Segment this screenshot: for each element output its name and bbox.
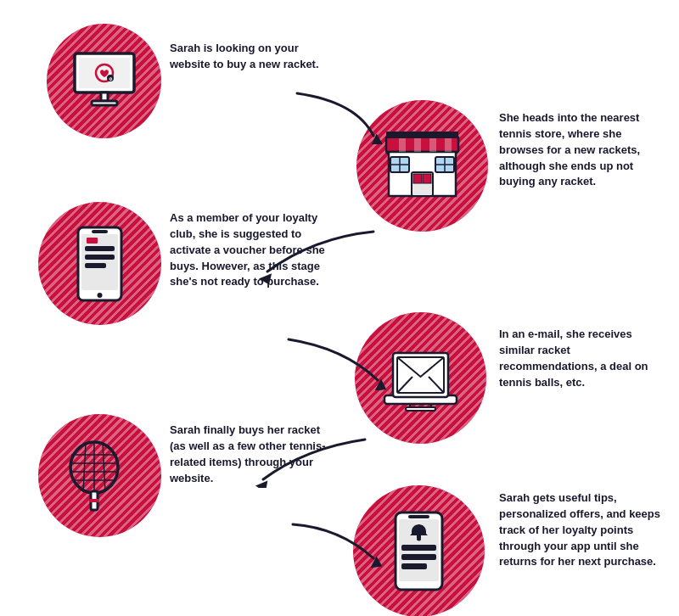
svg-rect-6: [92, 101, 117, 105]
arrow5: [284, 518, 386, 568]
store-icon: [382, 130, 463, 202]
svg-rect-41: [406, 407, 435, 411]
svg-rect-27: [92, 230, 108, 233]
svg-rect-22: [445, 137, 452, 152]
step1-text: Sarah is looking on your website to buy …: [170, 41, 323, 73]
svg-rect-52: [90, 499, 98, 502]
svg-rect-60: [401, 554, 436, 560]
step5-circle: [38, 414, 161, 537]
svg-marker-33: [373, 378, 386, 390]
step4-text: In an e-mail, she receives similar racke…: [499, 327, 665, 390]
svg-rect-12: [423, 174, 431, 183]
phone-icon: [68, 226, 132, 302]
svg-marker-53: [368, 556, 382, 568]
racket-icon: [62, 438, 138, 514]
monitor-icon: ⚙: [70, 52, 138, 111]
svg-rect-61: [401, 563, 427, 569]
svg-rect-30: [85, 255, 115, 260]
svg-rect-59: [401, 545, 436, 551]
arrow2: [255, 225, 386, 284]
svg-marker-7: [368, 133, 383, 144]
step3-circle: [38, 202, 161, 325]
svg-rect-32: [87, 238, 98, 244]
svg-rect-23: [386, 132, 458, 138]
svg-line-44: [83, 443, 86, 492]
email-icon: [380, 344, 461, 412]
step1-circle: ⚙: [47, 24, 161, 138]
arrow1: [289, 85, 390, 144]
arrow3: [280, 331, 390, 390]
svg-rect-19: [399, 137, 406, 152]
svg-rect-31: [85, 263, 106, 268]
step6-text: Sarah gets useful tips, personalized off…: [499, 490, 669, 570]
svg-rect-56: [408, 515, 429, 518]
arrow4: [250, 433, 378, 488]
step2-text: She heads into the nearest tennis store,…: [499, 110, 665, 190]
svg-rect-29: [85, 246, 115, 251]
svg-point-58: [417, 537, 421, 541]
infographic-scene: ⚙ Sarah is looking on your website to bu…: [0, 0, 679, 616]
svg-rect-11: [413, 174, 422, 183]
app-icon: [387, 511, 451, 591]
svg-line-46: [103, 443, 105, 492]
svg-rect-20: [414, 137, 421, 152]
svg-rect-21: [429, 137, 436, 152]
svg-point-28: [98, 293, 103, 298]
